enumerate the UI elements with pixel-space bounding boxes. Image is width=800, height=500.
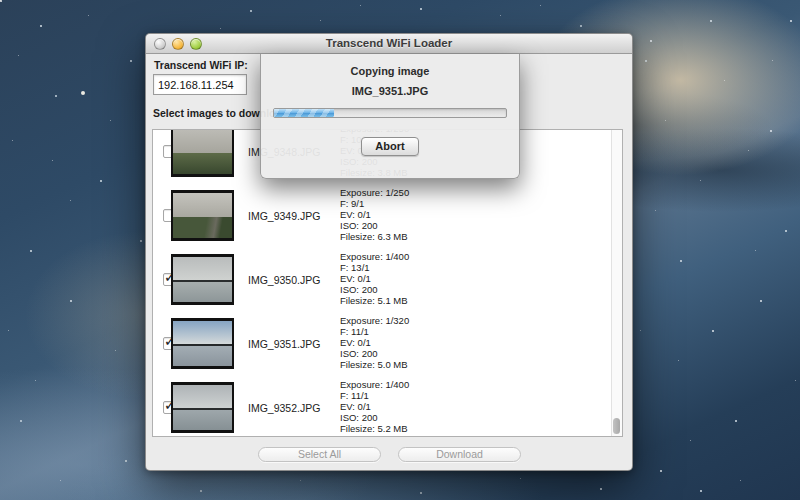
image-row: ✓IMG_9350.JPGExposure: 1/400F: 13/1EV: 0…: [153, 248, 622, 312]
image-filename: IMG_9349.JPG: [248, 210, 320, 222]
image-filename: IMG_9352.JPG: [248, 402, 320, 414]
stars-decoration: [0, 0, 1, 1]
image-row: ✓IMG_9352.JPGExposure: 1/400F: 11/1EV: 0…: [153, 376, 622, 437]
image-thumbnail: [171, 129, 234, 177]
ip-label: Transcend WiFi IP:: [154, 59, 248, 71]
download-button[interactable]: Download: [398, 447, 521, 462]
exif-info: Exposure: 1/320F: 11/1EV: 0/1ISO: 200Fil…: [340, 315, 409, 370]
window-title: Transcend WiFi Loader: [146, 37, 632, 49]
window-titlebar[interactable]: Transcend WiFi Loader: [146, 34, 632, 54]
select-all-button[interactable]: Select All: [258, 447, 381, 462]
exif-info: Exposure: 1/400F: 11/1EV: 0/1ISO: 200Fil…: [340, 379, 409, 434]
dialog-filename: IMG_9351.JPG: [261, 85, 519, 97]
ip-input[interactable]: [153, 74, 247, 95]
image-filename: IMG_9350.JPG: [248, 274, 320, 286]
image-row: IMG_9349.JPGExposure: 1/250F: 9/1EV: 0/1…: [153, 184, 622, 248]
image-thumbnail: [171, 254, 234, 305]
dialog-title: Copying image: [261, 65, 519, 77]
image-thumbnail: [171, 318, 234, 369]
image-filename: IMG_9351.JPG: [248, 338, 320, 350]
app-window: Transcend WiFi Loader Transcend WiFi IP:…: [145, 33, 633, 471]
desktop-wallpaper: Transcend WiFi Loader Transcend WiFi IP:…: [0, 0, 800, 500]
scrollbar-thumb[interactable]: [613, 418, 620, 434]
progress-fill: [274, 109, 334, 117]
scrollbar[interactable]: [611, 130, 622, 436]
image-row: ✓IMG_9351.JPGExposure: 1/320F: 11/1EV: 0…: [153, 312, 622, 376]
image-thumbnail: [171, 382, 234, 433]
image-thumbnail: [171, 190, 234, 241]
exif-info: Exposure: 1/250F: 9/1EV: 0/1ISO: 200File…: [340, 187, 409, 242]
abort-button[interactable]: Abort: [361, 137, 419, 156]
exif-info: Exposure: 1/400F: 13/1EV: 0/1ISO: 200Fil…: [340, 251, 409, 306]
copy-progress-dialog: Copying image IMG_9351.JPG Abort: [260, 54, 520, 179]
progress-bar: [273, 108, 507, 118]
